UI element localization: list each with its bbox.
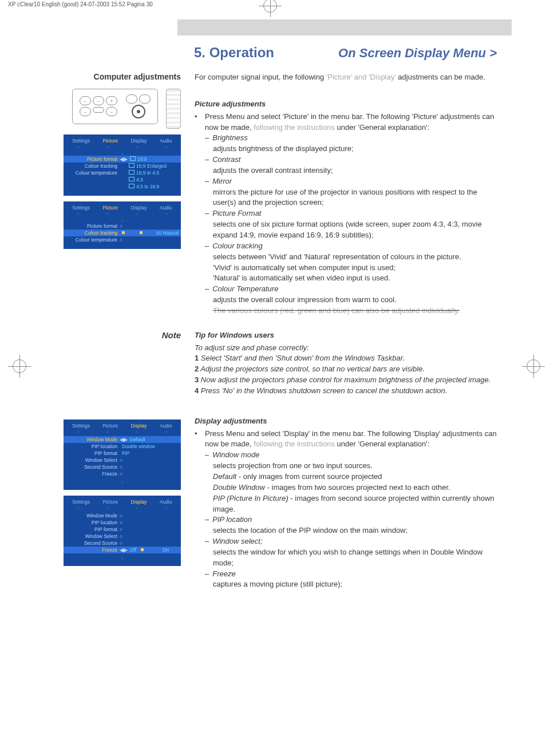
print-header: XP cClear10 English (good) 24-07-2003 15…	[8, 1, 153, 7]
display-item: –Window mode	[205, 450, 497, 461]
picture-item: –Picture Format	[205, 208, 497, 219]
display-item: –Freeze	[205, 569, 497, 580]
note-label: Note	[55, 330, 181, 340]
display-item: –Window select;	[205, 536, 497, 547]
picture-item: –Contrast	[205, 155, 497, 165]
tip-steps: 1 Select 'Start' and then 'Shut down' fr…	[195, 353, 497, 396]
display-bullet: Press Menu and select 'Display' in the m…	[195, 429, 497, 591]
keypad-button: –	[80, 96, 91, 105]
picture-item-desc: selects between 'Vivid' and 'Natural' re…	[205, 252, 497, 263]
hardware-illustration: – – + – –	[55, 89, 181, 129]
picture-item-desc: adjusts brightness of the displayed pict…	[205, 144, 497, 155]
sidebar-heading: Computer adjustments	[55, 72, 181, 81]
projector-keypad-icon: – – + – –	[72, 89, 158, 124]
remote-control-icon	[166, 89, 181, 129]
picture-bullet: Press Menu and select 'Picture' in the m…	[195, 112, 497, 316]
page: 5. Operation On Screen Display Menu > Co…	[34, 16, 512, 626]
keypad-ring-icon	[132, 105, 145, 118]
picture-item: –Colour Temperature	[205, 284, 497, 295]
keypad-button: –	[106, 107, 117, 116]
osd-display-windowmode-screenshot: SettingsPicture DisplayAudio ○○○○ Window…	[64, 419, 181, 490]
tip-step: 4 Press 'No' in the Windows shutdown scr…	[195, 386, 497, 397]
tip-step: 2 Adjust the projectors size control, so…	[195, 364, 497, 375]
picture-item-desc: adjusts the overall colour impression fr…	[205, 295, 497, 306]
tip-step: 1 Select 'Start' and then 'Shut down' fr…	[195, 353, 497, 364]
registration-mark-icon	[263, 0, 277, 13]
osd-display-freeze-screenshot: SettingsPicture DisplayAudio ○○○○ Window…	[64, 496, 181, 566]
keypad-button	[139, 94, 151, 104]
tip-heading: Tip for Windows users	[195, 330, 497, 341]
display-adjustments-heading: Display adjustments	[195, 416, 497, 427]
tip-intro: To adjust size and phase correctly:	[195, 343, 497, 354]
keypad-button: –	[80, 107, 91, 116]
tip-step: 3 Now adjust the projectors phase contro…	[195, 375, 497, 386]
osd-colour-tracking-screenshot: SettingsPicture DisplayAudio ○○○○ ⌄ Pict…	[64, 201, 181, 249]
picture-item-desc: adjusts the overall contrast intensity;	[205, 165, 497, 176]
keypad-button: +	[106, 96, 117, 105]
section-number-title: 5. Operation	[194, 45, 274, 61]
section-subtitle: On Screen Display Menu >	[338, 46, 497, 61]
intro-text: For computer signal input, the following…	[195, 72, 497, 83]
osd-picture-format-screenshot: SettingsPicture DisplayAudio ○○○○ ⌄ Pict…	[64, 134, 181, 196]
picture-item-desc: selects one of six picture format option…	[205, 219, 497, 241]
keypad-button	[126, 94, 137, 104]
display-item: –PIP location	[205, 514, 497, 525]
keypad-button: –	[93, 96, 104, 105]
picture-item-desc: mirrors the picture for use of the proje…	[205, 187, 497, 209]
picture-adjustments-heading: Picture adjustments	[195, 99, 497, 110]
registration-mark-icon	[13, 359, 26, 373]
picture-item: –Colour tracking	[205, 241, 497, 252]
registration-mark-icon	[527, 359, 540, 373]
picture-item: –Brightness	[205, 133, 497, 144]
keypad-button	[93, 107, 104, 113]
page-title-bar: 5. Operation On Screen Display Menu >	[194, 19, 497, 61]
picture-item: –Mirror	[205, 176, 497, 187]
